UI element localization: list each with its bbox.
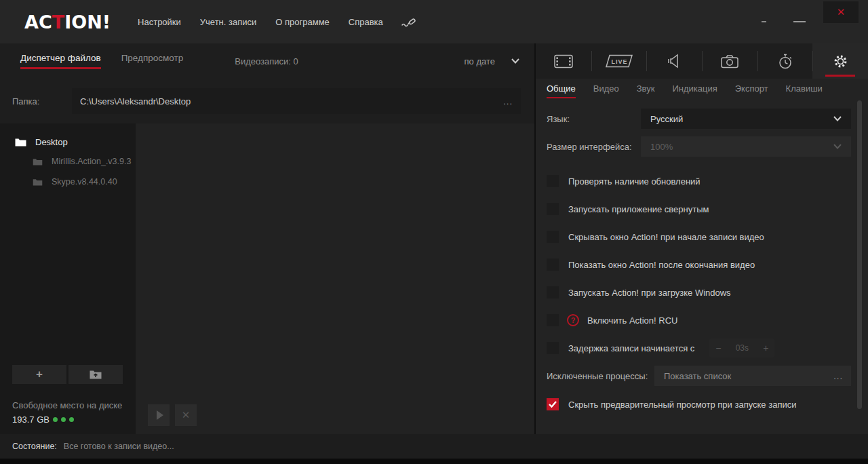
folder-path-input[interactable]: C:\Users\Aleksandr\Desktop ... [72, 88, 521, 114]
chevron-down-icon [833, 116, 842, 121]
tab-settings-mode[interactable] [812, 43, 868, 79]
excluded-browse-button[interactable]: ... [833, 371, 843, 381]
play-button[interactable] [148, 404, 170, 426]
folder-path-value: C:\Users\Aleksandr\Desktop [80, 96, 503, 107]
title-bar: ACTION! Настройки Учетн. записи О програ… [0, 0, 868, 43]
file-list-area: ✕ [136, 123, 534, 434]
stepper-minus-button[interactable]: − [715, 343, 721, 353]
tab-video[interactable]: Видео [593, 83, 619, 98]
tab-audio-recording[interactable] [646, 43, 702, 79]
checkbox[interactable] [547, 286, 559, 298]
checkbox-row-rcu[interactable]: ? Включить Action! RCU [547, 313, 851, 327]
excluded-processes-value: Показать список [664, 371, 833, 381]
checkbox-row-hide-preview[interactable]: Скрыть предварительный просмотр при запу… [547, 398, 851, 411]
tab-export[interactable]: Экспорт [735, 83, 768, 98]
tab-file-manager[interactable]: Диспетчер файлов [20, 53, 101, 69]
status-bar: Состояние: Все готово к записи видео... [0, 434, 868, 464]
sort-dropdown[interactable]: по дате [465, 56, 519, 66]
checkbox-row-hide-on-record[interactable]: Скрывать окно Action! при начале записи … [547, 230, 851, 244]
checkbox-row-delay[interactable]: Задержка записи начинается с − 03s + [547, 339, 851, 357]
delete-button[interactable]: ✕ [175, 404, 197, 426]
checkbox[interactable] [547, 231, 559, 243]
menu-settings[interactable]: Настройки [138, 17, 181, 27]
ui-size-row: Размер интерфейса: 100% [547, 136, 851, 157]
window-controls: ✕ [762, 0, 868, 43]
ui-size-select[interactable]: 100% [641, 136, 851, 157]
excluded-processes-row: Исключенные процессы: Показать список ..… [547, 366, 851, 386]
checkbox-row-updates[interactable]: Проверять наличие обновлений [547, 174, 851, 188]
minimize-icon[interactable] [793, 21, 806, 22]
browse-folder-button[interactable]: ... [503, 96, 513, 107]
checkbox[interactable] [547, 203, 559, 215]
folder-tree: Desktop Mirillis.Action_.v3.9.3 Skype.v8… [0, 123, 136, 434]
settings-tabs: Общие Видео Звук Индикация Экспорт Клави… [536, 79, 868, 103]
film-icon [554, 54, 573, 69]
tab-keys[interactable]: Клавиши [786, 83, 823, 98]
checkbox-row-start-minimized[interactable]: Запускать приложение свернутым [547, 202, 851, 216]
play-icon [157, 410, 163, 420]
tab-preview[interactable]: Предпросмотр [121, 53, 184, 69]
help-icon[interactable]: ? [567, 314, 579, 326]
status-line: Состояние: Все готово к записи видео... [0, 434, 868, 459]
close-button[interactable]: ✕ [823, 1, 859, 23]
language-value: Русский [650, 114, 833, 124]
minimize-tray-icon[interactable] [762, 21, 766, 22]
language-select[interactable]: Русский [641, 109, 851, 129]
excluded-processes-input[interactable]: Показать список ... [654, 366, 851, 386]
excluded-processes-label: Исключенные процессы: [547, 371, 654, 381]
ui-size-value: 100% [650, 142, 833, 152]
checkbox-row-show-after-record[interactable]: Показать окно Action! после окончания ви… [547, 258, 851, 271]
file-manager-tabs: Диспетчер файлов Предпросмотр Видеозапис… [0, 43, 534, 79]
checkbox-checked[interactable] [547, 398, 559, 410]
chevron-down-icon [833, 144, 842, 149]
chevron-down-icon [511, 58, 519, 64]
pen-icon[interactable] [401, 15, 418, 28]
file-manager-panel: Диспетчер файлов Предпросмотр Видеозапис… [0, 43, 534, 434]
scrollbar-thumb[interactable] [857, 100, 862, 409]
checkbox[interactable] [547, 175, 559, 187]
close-icon: ✕ [837, 6, 846, 18]
folder-icon [33, 158, 43, 166]
tree-item-mirillis[interactable]: Mirillis.Action_.v3.9.3 [0, 151, 136, 172]
menu-help[interactable]: Справка [349, 17, 383, 27]
checkbox-row-autostart[interactable]: Запускать Action! при загрузке Windows [547, 286, 851, 299]
tab-video-recording[interactable] [536, 43, 591, 79]
delay-stepper: − 03s + [709, 339, 774, 357]
free-space-value: 193.7 GB [12, 414, 50, 425]
menu-accounts[interactable]: Учетн. записи [200, 17, 256, 27]
plus-icon: + [36, 368, 43, 381]
folder-label: Папка: [12, 96, 72, 107]
tab-general[interactable]: Общие [547, 83, 576, 98]
general-settings: Язык: Русский Размер интерфейса: 100% Пр… [536, 103, 868, 411]
menu-about[interactable]: О программе [275, 17, 330, 27]
bottom-strip [0, 459, 868, 464]
tree-item-desktop[interactable]: Desktop [0, 123, 136, 151]
tab-screenshots[interactable] [702, 43, 757, 79]
tab-indication[interactable]: Индикация [672, 83, 717, 98]
tree-buttons: + [12, 365, 127, 384]
tree-footer: + Свободное место на диске 193.7 GB [12, 365, 127, 425]
checkbox[interactable] [547, 342, 559, 354]
language-label: Язык: [547, 114, 641, 124]
checkbox[interactable] [547, 314, 559, 326]
checkbox[interactable] [547, 258, 559, 271]
main-content: Диспетчер файлов Предпросмотр Видеозапис… [0, 43, 868, 434]
disk-status-dot [61, 417, 66, 422]
add-folder-button[interactable]: + [12, 365, 66, 384]
tab-live-streaming[interactable]: LIVE [591, 43, 647, 79]
tab-sound[interactable]: Звук [637, 83, 655, 98]
svg-text:LIVE: LIVE [611, 58, 627, 65]
tree-item-skype[interactable]: Skype.v8.44.0.40 [0, 172, 136, 192]
settings-panel: LIVE [536, 43, 868, 434]
disk-status-dot [69, 417, 74, 422]
check-icon [549, 401, 557, 408]
language-row: Язык: Русский [547, 109, 851, 129]
main-menu: Настройки Учетн. записи О программе Спра… [138, 17, 383, 27]
file-actions: ✕ [148, 404, 197, 426]
tab-benchmark[interactable] [757, 43, 813, 79]
folder-row: Папка: C:\Users\Aleksandr\Desktop ... [0, 79, 534, 123]
import-folder-button[interactable] [68, 365, 123, 384]
stepper-plus-button[interactable]: + [763, 343, 768, 353]
sort-label: по дате [465, 56, 495, 66]
mode-icon-bar: LIVE [536, 43, 868, 79]
